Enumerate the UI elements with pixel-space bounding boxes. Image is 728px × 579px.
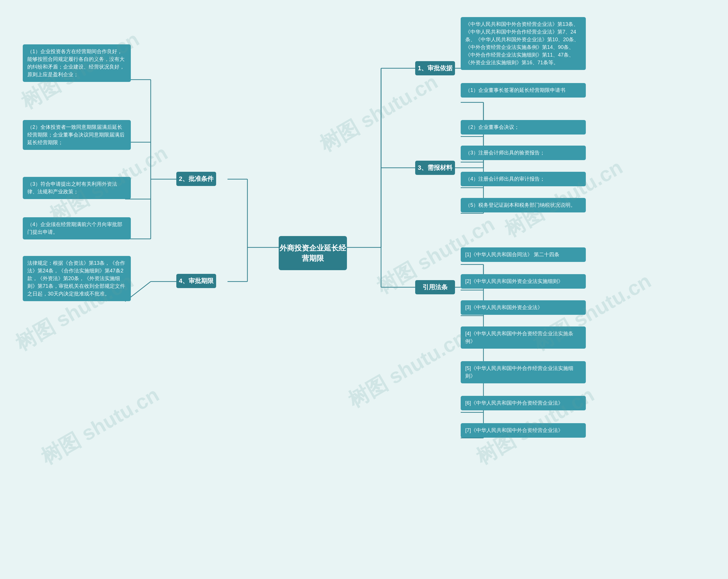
leaf-cited-law-7: [7]《中华人民共和国中外合资经营企业法》 <box>461 423 586 438</box>
leaf-required-material-5: （5）税务登记证副本和税务部门纳税状况说明。 <box>461 198 586 212</box>
leaf-approval-period-1: 法律规定：根据《合资法》第13条，《合作法》第24条，《合作法实施细则》第47条… <box>23 256 131 301</box>
leaf-approval-condition-3: （3）符合申请提出之时有关利用外资法律、法规和产业政策； <box>23 177 131 199</box>
leaf-approval-condition-1: （1）企业投资各方在经营期间合作良好，能够按照合同规定履行各自的义务，没有大的纠… <box>23 44 131 82</box>
branch-approval-period: 4、审批期限 <box>176 274 216 288</box>
leaf-cited-law-6: [6]《中华人民共和国中外合资经营企业法》 <box>461 396 586 410</box>
leaf-cited-law-2: [2]《中华人民共和国外资企业法实施细则》 <box>461 274 586 289</box>
leaf-cited-law-3: [3]《中华人民共和国外资企业法》 <box>461 300 586 315</box>
branch-approval-conditions: 2、批准条件 <box>176 172 216 186</box>
leaf-cited-law-4: [4]《中华人民共和国中外合资经营企业法实施条例》 <box>461 326 586 349</box>
leaf-required-material-2: （2）企业董事会决议； <box>461 120 586 134</box>
branch-required-materials: 3、需报材料 <box>415 161 455 175</box>
leaf-cited-law-5: [5]《中华人民共和国中外合作经营企业法实施细则》 <box>461 361 586 383</box>
branch-cited-laws: 引用法条 <box>415 280 455 294</box>
central-node: 外商投资企业延长经营期限 <box>279 236 347 270</box>
leaf-approval-basis-1: 《中华人民共和国中外合资经营企业法》第13条、《中华人民共和国中外合作经营企业法… <box>461 17 586 70</box>
leaf-required-material-3: （3）注册会计师出具的验资报告； <box>461 146 586 160</box>
leaf-approval-condition-4: （4）企业须在经营期满前六个月向审批部门提出申请。 <box>23 217 131 239</box>
leaf-approval-condition-2: （2）全体投资者一致同意期限届满后延长经营期限；企业董事会决议同意期限届满后延长… <box>23 120 131 150</box>
leaf-cited-law-1: [1]《中华人民共和国合同法》 第二十四条 <box>461 247 586 262</box>
branch-approval-basis: 1、审批依据 <box>415 61 455 75</box>
leaf-required-material-1: （1）企业董事长签署的延长经营期限申请书 <box>461 83 586 98</box>
mindmap-container: 树图 shutu.cn 树图 shutu.cn 树图 shutu.cn 树图 s… <box>0 0 728 579</box>
leaf-required-material-4: （4）注册会计师出具的审计报告； <box>461 172 586 186</box>
